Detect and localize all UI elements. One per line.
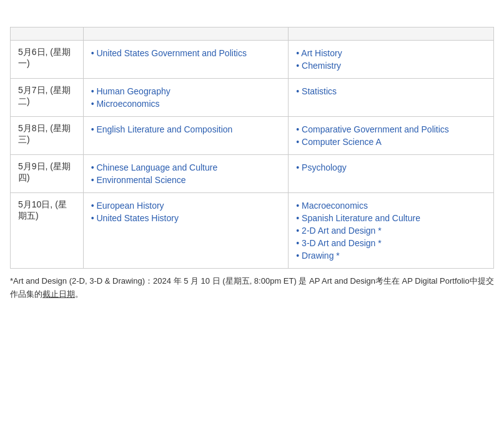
list-item: Environmental Science	[91, 174, 281, 186]
list-item: Chemistry	[296, 59, 486, 72]
pm-cell: Art HistoryChemistry	[289, 41, 494, 79]
footnote: *Art and Design (2-D, 3-D & Drawing)：202…	[10, 275, 494, 301]
list-item: Comparative Government and Politics	[296, 123, 486, 136]
list-item: 3-D Art and Design *	[296, 237, 486, 249]
date-cell: 5月7日, (星期二)	[11, 79, 84, 117]
table-row: 5月6日, (星期一)United States Government and …	[11, 41, 494, 79]
list-item: United States History	[91, 212, 281, 224]
list-item: Statistics	[296, 85, 486, 97]
pm-cell: Comparative Government and PoliticsCompu…	[289, 117, 494, 155]
table-row: 5月7日, (星期二)Human GeographyMicroeconomics…	[11, 79, 494, 117]
date-cell: 5月6日, (星期一)	[11, 41, 84, 79]
list-item: European History	[91, 199, 281, 212]
am-cell: European HistoryUnited States History	[83, 193, 289, 269]
ap-schedule-table: 5月6日, (星期一)United States Government and …	[10, 27, 494, 269]
date-cell: 5月9日, (星期四)	[11, 155, 84, 193]
list-item: 2-D Art and Design *	[296, 224, 486, 237]
list-item: Art History	[296, 47, 486, 59]
list-item: Chinese Language and Culture	[91, 161, 281, 174]
list-item: Human Geography	[91, 85, 281, 97]
pm-cell: Statistics	[289, 79, 494, 117]
col-pm-header	[289, 27, 494, 41]
am-cell: Human GeographyMicroeconomics	[83, 79, 289, 117]
am-cell: English Literature and Composition	[83, 117, 289, 155]
list-item: United States Government and Politics	[91, 47, 281, 59]
col-week-header	[11, 27, 84, 41]
table-row: 5月9日, (星期四)Chinese Language and CultureE…	[11, 155, 494, 193]
table-row: 5月8日, (星期三)English Literature and Compos…	[11, 117, 494, 155]
list-item: Macroeconomics	[296, 199, 486, 212]
am-cell: Chinese Language and CultureEnvironmenta…	[83, 155, 289, 193]
list-item: Spanish Literature and Culture	[296, 212, 486, 224]
am-cell: United States Government and Politics	[83, 41, 289, 79]
table-row: 5月10日, (星期五)European HistoryUnited State…	[11, 193, 494, 269]
list-item: Drawing *	[296, 249, 486, 262]
list-item: English Literature and Composition	[91, 123, 281, 136]
col-am-header	[83, 27, 289, 41]
pm-cell: Psychology	[289, 155, 494, 193]
date-cell: 5月10日, (星期五)	[11, 193, 84, 269]
date-cell: 5月8日, (星期三)	[11, 117, 84, 155]
section-header[interactable]	[10, 10, 494, 21]
pm-cell: MacroeconomicsSpanish Literature and Cul…	[289, 193, 494, 269]
list-item: Microeconomics	[91, 97, 281, 110]
list-item: Psychology	[296, 161, 486, 174]
list-item: Computer Science A	[296, 136, 486, 148]
